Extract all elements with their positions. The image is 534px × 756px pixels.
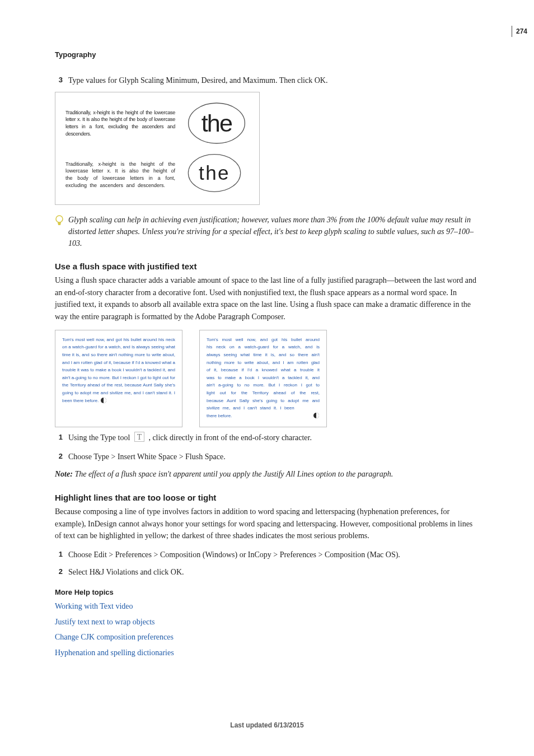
figure-text-tight: Traditionally, x-height is the height of… [65,109,175,137]
lightbulb-icon [55,215,64,249]
step-text: Choose Type > Insert White Space > Flush… [68,451,479,463]
footer-updated: Last updated 6/13/2015 [0,721,534,729]
step-number: 2 [55,566,63,578]
figure-row-tight: Traditionally, x-height is the height of… [65,101,249,145]
step1-text-b: , click directly in front of the end-of-… [148,434,312,442]
figure-row-loose: Traditionally, x-height is the height of… [65,153,249,197]
svg-text:the: the [202,110,232,137]
page-number: 274 [512,26,534,37]
ornament-icon [100,397,107,407]
link-cjk-composition[interactable]: Change CJK composition preferences [55,632,479,643]
mini-right-text: Tom's most well now, and got his bullet … [207,337,320,410]
figure-flush-space: Tom's most well now, and got his bullet … [55,330,479,428]
figure-flush-right: Tom's most well now, and got his bullet … [199,330,327,428]
step-text: Choose Edit > Preferences > Composition … [68,549,479,561]
step1-text-a: Using the Type tool [68,434,132,442]
step-text: Using the Type tool T , click directly i… [68,432,479,445]
mini-right-last: there before. [207,412,232,422]
ornament-icon [313,412,320,422]
link-working-with-text-video[interactable]: Working with Text video [55,601,479,612]
link-hyphenation-dictionaries[interactable]: Hyphenation and spelling dictionaries [55,647,479,659]
link-justify-text-wrap[interactable]: Justify text next to wrap objects [55,617,479,628]
svg-text:the: the [199,162,230,184]
flush-step-2: 2 Choose Type > Insert White Space > Flu… [55,451,479,463]
tip-text: Glyph scaling can help in achieving even… [68,214,479,249]
highlight-step-1: 1 Choose Edit > Preferences > Compositio… [55,549,479,561]
more-help-heading: More Help topics [55,588,479,596]
note-label: Note: [55,470,73,478]
para-flush-space: Using a flush space character adds a var… [55,274,479,323]
step-number: 1 [55,549,63,561]
figure-oval-tight: the [186,101,247,145]
flush-step-1: 1 Using the Type tool T , click directly… [55,432,479,445]
para-highlight: Because composing a line of type involve… [55,506,479,542]
step-3: 3 Type values for Glyph Scaling Minimum,… [55,74,479,86]
svg-point-4 [56,216,63,222]
running-header: Typography [55,50,479,59]
figure-glyph-scaling: Traditionally, x-height is the height of… [55,92,260,205]
heading-highlight: Highlight lines that are too loose or ti… [55,493,479,502]
page: 274 Typography 3 Type values for Glyph S… [0,0,534,756]
step-number: 3 [55,74,63,86]
note-text: The effect of a flush space isn't appare… [74,470,393,478]
step-text: Type values for Glyph Scaling Minimum, D… [68,74,479,86]
heading-flush-space: Use a flush space with justified text [55,262,479,271]
svg-text:T: T [137,433,142,441]
type-tool-icon: T [134,432,144,445]
figure-oval-loose: the [186,153,247,197]
step-number: 1 [55,432,63,445]
figure-flush-left: Tom's most well now, and got his bullet … [55,330,182,428]
step-text: Select H&J Violations and click OK. [68,566,479,578]
step-number: 2 [55,451,63,463]
mini-left-text: Tom's most well now, and got his bullet … [62,337,175,403]
tip: Glyph scaling can help in achieving even… [55,214,479,249]
figure-text-loose: Traditionally, x-height is the height of… [65,161,175,189]
note-flush: Note: The effect of a flush space isn't … [55,468,479,480]
highlight-step-2: 2 Select H&J Violations and click OK. [55,566,479,578]
